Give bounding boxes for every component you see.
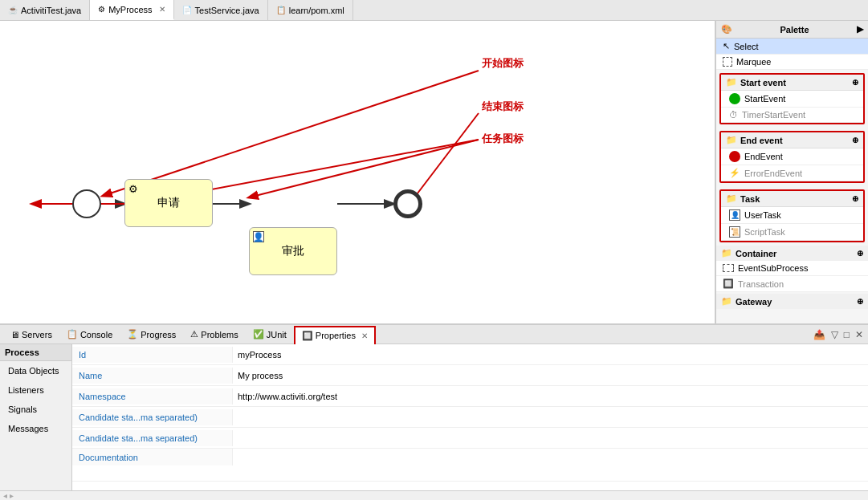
task-apply-node[interactable]: ⚙ 申请: [124, 179, 213, 227]
diagram-canvas[interactable]: 开始图标 结束图标 任务图标 ⚙ 申请 👤 审批: [0, 21, 715, 323]
panel-maximize-btn[interactable]: □: [842, 327, 851, 342]
tab-pomxml[interactable]: 📋 learn/pom.xml: [268, 0, 353, 20]
palette-group-start-label: Start event: [740, 78, 786, 87]
servers-label: Servers: [22, 330, 52, 339]
tab-close-icon[interactable]: ✕: [159, 5, 165, 14]
progress-icon: ⏳: [127, 329, 138, 339]
prop-row-name: Name: [72, 365, 868, 386]
problems-icon: ⚠: [190, 329, 198, 339]
task-approve-label: 审批: [282, 244, 304, 258]
prop-label-candidate1: Candidate sta...ma separated): [72, 409, 233, 425]
palette-item-user-task[interactable]: 👤 UserTask: [721, 207, 863, 224]
panel-action-btn1[interactable]: 📤: [812, 327, 827, 342]
prop-label-documentation: Documentation: [72, 449, 233, 465]
sidebar-item-messages[interactable]: Messages: [0, 419, 71, 438]
bottom-panel: 🖥 Servers 📋 Console ⏳ Progress ⚠ Problem…: [0, 323, 868, 500]
java-icon: ☕: [8, 6, 18, 14]
bottom-tab-console[interactable]: 📋 Console: [59, 325, 120, 343]
prop-value-candidate2[interactable]: [233, 431, 868, 445]
script-task-label: ScriptTask: [744, 227, 785, 237]
svg-line-3: [103, 71, 479, 196]
svg-line-6: [169, 140, 479, 197]
tab-activititest[interactable]: ☕ ActivitiTest.java: [0, 0, 90, 20]
prop-value-name[interactable]: [233, 368, 868, 383]
bottom-tab-actions: 📤 ▽ □ ✕: [812, 327, 865, 342]
palette-group-end-header[interactable]: 📁 End event ⊕: [721, 132, 863, 148]
canvas-svg: [0, 21, 715, 323]
group-toggle-task[interactable]: ⊕: [852, 194, 858, 203]
panel-minimize-btn[interactable]: ▽: [829, 327, 840, 342]
bottom-tab-progress[interactable]: ⏳ Progress: [120, 325, 183, 343]
horizontal-scrollbar[interactable]: ◂ ▸: [0, 490, 868, 500]
prop-value-namespace[interactable]: [233, 389, 868, 404]
palette-item-marquee[interactable]: Marquee: [716, 55, 868, 70]
canvas-area[interactable]: 开始图标 结束图标 任务图标 ⚙ 申请 👤 审批: [0, 21, 715, 323]
palette-header: 🎨 Palette ▶: [716, 21, 868, 39]
palette-item-error-end[interactable]: ⚡ ErrorEndEvent: [721, 165, 863, 181]
servers-icon: 🖥: [10, 330, 19, 339]
properties-close-icon[interactable]: ✕: [361, 331, 368, 340]
start-circle-icon: [729, 93, 740, 104]
main-area: 开始图标 结束图标 任务图标 ⚙ 申请 👤 审批 🎨 Palette ▶: [0, 21, 868, 323]
bottom-tab-junit[interactable]: ✅ JUnit: [246, 325, 294, 343]
prop-row-candidate2: Candidate sta...ma separated): [72, 428, 868, 449]
folder-icon-container: 📁: [721, 248, 732, 258]
error-icon: ⚡: [729, 168, 740, 178]
console-label: Console: [80, 330, 112, 339]
tab-myprocess[interactable]: ⚙ MyProcess ✕: [90, 0, 173, 20]
palette-group-container-header[interactable]: 📁 Container ⊕: [716, 246, 868, 261]
prop-value-documentation[interactable]: [233, 449, 868, 481]
folder-icon-task: 📁: [726, 193, 737, 204]
select-label: Select: [734, 42, 759, 51]
prop-value-candidate1[interactable]: [233, 410, 868, 425]
prop-label-name: Name: [72, 368, 233, 384]
palette-item-end-event[interactable]: EndEvent: [721, 148, 863, 165]
task-approve-node[interactable]: 👤 审批: [249, 227, 337, 275]
properties-label: Properties: [316, 331, 356, 340]
bottom-tab-servers[interactable]: 🖥 Servers: [3, 325, 59, 343]
prop-row-id: Id: [72, 344, 868, 365]
palette-item-timer-start[interactable]: ⏱ TimerStartEvent: [721, 108, 863, 123]
task-icon-user: 👤: [253, 231, 264, 242]
transaction-label: Transaction: [738, 279, 784, 289]
timer-start-label: TimerStartEvent: [742, 110, 805, 120]
timer-icon: ⏱: [729, 110, 738, 120]
svg-line-5: [249, 140, 479, 197]
palette-group-start-header[interactable]: 📁 Start event ⊕: [721, 75, 863, 91]
palette-item-transaction[interactable]: 🔲 Transaction: [716, 276, 868, 292]
sidebar-item-data-objects[interactable]: Data Objects: [0, 361, 71, 380]
palette-panel: 🎨 Palette ▶ ↖ Select Marquee 📁 Start eve…: [715, 21, 868, 323]
bottom-tab-problems[interactable]: ⚠ Problems: [183, 325, 245, 343]
palette-collapse-icon[interactable]: ▶: [857, 24, 863, 35]
palette-group-end-label: End event: [740, 136, 783, 145]
marquee-icon: [723, 57, 732, 67]
event-sub-icon: [723, 264, 734, 272]
folder-icon-end: 📁: [726, 135, 737, 145]
svg-line-4: [410, 113, 479, 204]
sidebar-item-signals[interactable]: Signals: [0, 400, 71, 419]
group-toggle-end[interactable]: ⊕: [852, 136, 858, 144]
sidebar-item-listeners[interactable]: Listeners: [0, 380, 71, 400]
user-task-label: UserTask: [744, 210, 781, 220]
palette-group-gateway-header[interactable]: 📁 Gateway ⊕: [716, 294, 868, 309]
palette-item-script-task[interactable]: 📜 ScriptTask: [721, 224, 863, 241]
tab-testservice[interactable]: 📄 TestService.java: [174, 0, 268, 20]
prop-row-candidate1: Candidate sta...ma separated): [72, 407, 868, 428]
palette-item-select[interactable]: ↖ Select: [716, 39, 868, 55]
props-icon: 🔲: [302, 331, 313, 341]
group-toggle-gateway[interactable]: ⊕: [857, 297, 863, 306]
palette-group-start: 📁 Start event ⊕ StartEvent ⏱ TimerStartE…: [719, 73, 865, 124]
end-event-node[interactable]: [393, 189, 422, 218]
panel-close-btn[interactable]: ✕: [854, 327, 865, 342]
bottom-tab-properties[interactable]: 🔲 Properties ✕: [294, 326, 376, 344]
group-toggle-start[interactable]: ⊕: [852, 78, 858, 87]
start-event-label: StartEvent: [744, 94, 785, 104]
annotation-end: 结束图标: [482, 100, 524, 114]
group-toggle-container[interactable]: ⊕: [857, 249, 863, 258]
palette-item-start-event[interactable]: StartEvent: [721, 91, 863, 108]
palette-group-task-header[interactable]: 📁 Task ⊕: [721, 191, 863, 207]
task-apply-label: 申请: [157, 196, 180, 210]
start-event-node[interactable]: [72, 189, 101, 218]
palette-item-event-sub[interactable]: EventSubProcess: [716, 261, 868, 276]
prop-value-id[interactable]: [233, 348, 868, 362]
